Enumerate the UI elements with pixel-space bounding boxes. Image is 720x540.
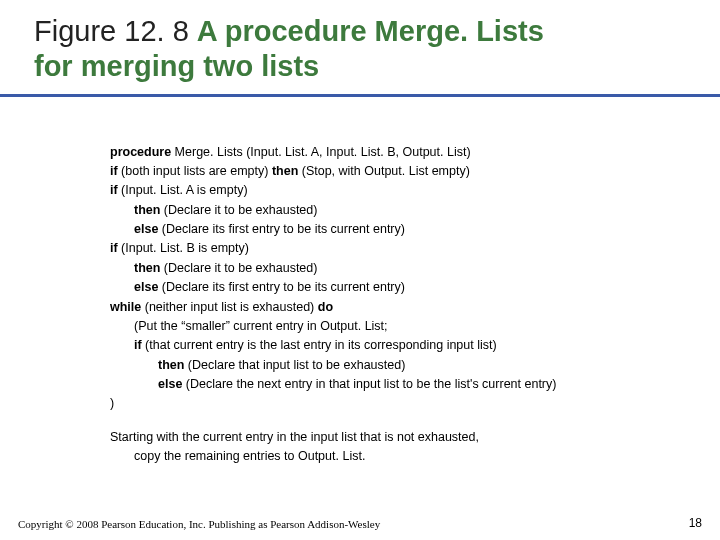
figure-title-a: A procedure Merge. Lists [197,15,544,47]
figure-number: Figure 12. 8 [34,15,189,47]
code-line: while (neither input list is exhausted) … [110,298,720,317]
page-number: 18 [689,516,702,530]
code-line: (Put the “smaller” current entry in Outp… [110,317,720,336]
code-line: if (both input lists are empty) then (St… [110,162,720,181]
code-note-a: Starting with the current entry in the i… [110,428,720,447]
code-line: else (Declare its first entry to be its … [110,220,720,239]
copyright-text: Copyright © 2008 Pearson Education, Inc.… [18,518,380,530]
code-line: else (Declare the next entry in that inp… [110,375,720,394]
slide-footer: Copyright © 2008 Pearson Education, Inc.… [18,516,702,530]
code-line: procedure Merge. Lists (Input. List. A, … [110,143,720,162]
code-line: if (Input. List. A is empty) [110,181,720,200]
code-line: if (that current entry is the last entry… [110,336,720,355]
pseudocode-block: procedure Merge. Lists (Input. List. A, … [110,143,720,467]
figure-title-line2: for merging two lists [34,49,720,84]
slide-header: Figure 12. 8 A procedure Merge. Lists fo… [0,0,720,97]
code-line: ) [110,394,720,413]
code-line: if (Input. List. B is empty) [110,239,720,258]
code-line: else (Declare its first entry to be its … [110,278,720,297]
code-line: then (Declare that input list to be exha… [110,356,720,375]
code-note-b: copy the remaining entries to Output. Li… [110,447,720,466]
figure-title-line1: Figure 12. 8 A procedure Merge. Lists [34,14,720,49]
figure-title-b: for merging two lists [34,50,319,82]
code-line: then (Declare it to be exhausted) [110,201,720,220]
code-line: then (Declare it to be exhausted) [110,259,720,278]
